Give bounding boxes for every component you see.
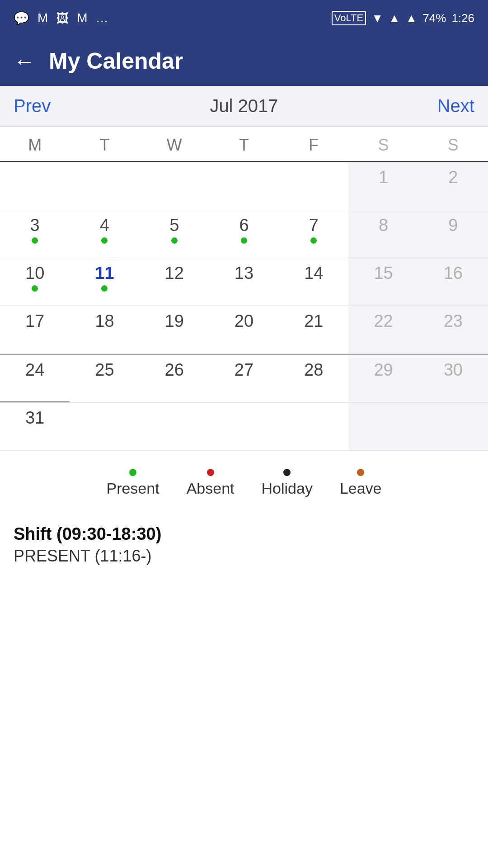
cell-jul-31[interactable]: 31 [0, 403, 70, 450]
app-header: ← My Calendar [0, 36, 488, 86]
day-number-3: 3 [30, 217, 40, 234]
cell-jul-11[interactable]: 11 [70, 258, 139, 306]
cell-empty-1[interactable] [0, 162, 70, 210]
cell-jul-14[interactable]: 14 [279, 258, 348, 306]
cell-empty-w6-2 [70, 403, 139, 450]
day-header-sat: S [348, 136, 418, 155]
cell-jul-25[interactable]: 25 [70, 355, 139, 402]
cell-empty-w6-7 [418, 403, 488, 450]
next-month-button[interactable]: Next [437, 96, 474, 116]
volte-icon: VoLTE [332, 11, 366, 25]
day-number-4: 4 [100, 217, 109, 234]
back-button[interactable]: ← [14, 49, 35, 74]
cell-jul-1[interactable]: 1 [348, 162, 418, 210]
cell-jul-15[interactable]: 15 [348, 258, 418, 306]
status-bar: 💬 M 🖼 M … VoLTE ▼ ▲ ▲ 74% 1:26 [0, 0, 488, 36]
cell-empty-3[interactable] [140, 162, 209, 210]
cell-jul-8[interactable]: 8 [348, 210, 418, 258]
cell-jul-21[interactable]: 21 [279, 306, 348, 354]
legend-dot-leave [357, 469, 364, 476]
legend-leave: Leave [340, 469, 382, 497]
day-number-9: 9 [448, 217, 458, 234]
cell-jul-7[interactable]: 7 [279, 210, 348, 258]
cell-jul-24[interactable]: 24 [0, 355, 70, 402]
day-number-27: 27 [235, 361, 253, 378]
cell-jul-13[interactable]: 13 [209, 258, 279, 306]
cell-jul-9[interactable]: 9 [418, 210, 488, 258]
legend-present: Present [106, 469, 159, 497]
cell-jul-10[interactable]: 10 [0, 258, 70, 306]
legend-dot-present [129, 469, 136, 476]
cell-jul-4[interactable]: 4 [70, 210, 139, 258]
status-bar-left: 💬 M 🖼 M … [14, 11, 108, 26]
status-bar-right: VoLTE ▼ ▲ ▲ 74% 1:26 [332, 11, 474, 25]
cell-jul-30[interactable]: 30 [418, 355, 488, 402]
dot-10 [32, 285, 38, 292]
time-display: 1:26 [451, 11, 474, 25]
day-header-sun: S [418, 136, 488, 155]
dot-4 [101, 237, 108, 244]
calendar-week-4: 17 18 19 20 21 22 23 [0, 306, 488, 354]
cell-empty-2[interactable] [70, 162, 139, 210]
day-number-19: 19 [165, 312, 184, 330]
cell-jul-16[interactable]: 16 [418, 258, 488, 306]
dot-11 [101, 285, 108, 292]
cell-jul-3[interactable]: 3 [0, 210, 70, 258]
cell-empty-4[interactable] [209, 162, 279, 210]
prev-month-button[interactable]: Prev [14, 96, 51, 116]
cell-jul-27[interactable]: 27 [209, 355, 279, 402]
legend-label-leave: Leave [340, 480, 382, 497]
day-number-20: 20 [235, 312, 253, 330]
day-number-23: 23 [444, 312, 463, 330]
page-title: My Calendar [49, 48, 183, 74]
legend-label-present: Present [106, 480, 159, 497]
cell-jul-17[interactable]: 17 [0, 306, 70, 354]
gmail2-icon: M [77, 11, 87, 25]
dot-5 [171, 237, 178, 244]
signal-icon: ▲ [389, 11, 400, 25]
day-number-13: 13 [235, 264, 253, 282]
shift-title: Shift (09:30-18:30) [14, 524, 474, 544]
shift-status: PRESENT (11:16-) [14, 547, 474, 566]
calendar-week-3: 10 11 12 13 14 15 16 [0, 258, 488, 306]
cell-jul-26[interactable]: 26 [140, 355, 209, 402]
shift-info: Shift (09:30-18:30) PRESENT (11:16-) [0, 511, 488, 579]
cell-jul-19[interactable]: 19 [140, 306, 209, 354]
cell-empty-w6-5 [279, 403, 348, 450]
cell-jul-29[interactable]: 29 [348, 355, 418, 402]
cell-empty-w6-6 [348, 403, 418, 450]
day-number-14: 14 [304, 264, 323, 282]
cell-jul-20[interactable]: 20 [209, 306, 279, 354]
calendar: M T W T F S S 1 2 3 4 5 [0, 127, 488, 451]
day-number-24: 24 [25, 361, 44, 378]
legend-label-holiday: Holiday [262, 480, 313, 497]
cell-jul-18[interactable]: 18 [70, 306, 139, 354]
legend-label-absent: Absent [187, 480, 235, 497]
day-number-7: 7 [309, 217, 319, 234]
cell-empty-w6-3 [140, 403, 209, 450]
cell-jul-23[interactable]: 23 [418, 306, 488, 354]
cell-empty-5[interactable] [279, 162, 348, 210]
cell-jul-6[interactable]: 6 [209, 210, 279, 258]
day-header-tue: T [70, 136, 139, 155]
cell-jul-5[interactable]: 5 [140, 210, 209, 258]
day-number-16: 16 [444, 264, 463, 282]
day-number-22: 22 [374, 312, 393, 330]
cell-jul-28[interactable]: 28 [279, 355, 348, 402]
whatsapp-icon: 💬 [14, 11, 29, 26]
signal2-icon: ▲ [406, 11, 418, 25]
day-headers: M T W T F S S [0, 127, 488, 162]
photo-icon: 🖼 [56, 11, 69, 26]
day-number-17: 17 [25, 312, 44, 330]
cell-jul-2[interactable]: 2 [418, 162, 488, 210]
battery-level: 74% [422, 11, 446, 25]
day-number-28: 28 [304, 361, 323, 378]
wifi-icon: ▼ [371, 11, 383, 25]
month-nav: Prev Jul 2017 Next [0, 86, 488, 127]
day-number-12: 12 [165, 264, 184, 282]
day-number-6: 6 [239, 217, 249, 234]
chat-icon: … [96, 11, 108, 25]
day-number-11: 11 [95, 264, 114, 282]
cell-jul-12[interactable]: 12 [140, 258, 209, 306]
cell-jul-22[interactable]: 22 [348, 306, 418, 354]
